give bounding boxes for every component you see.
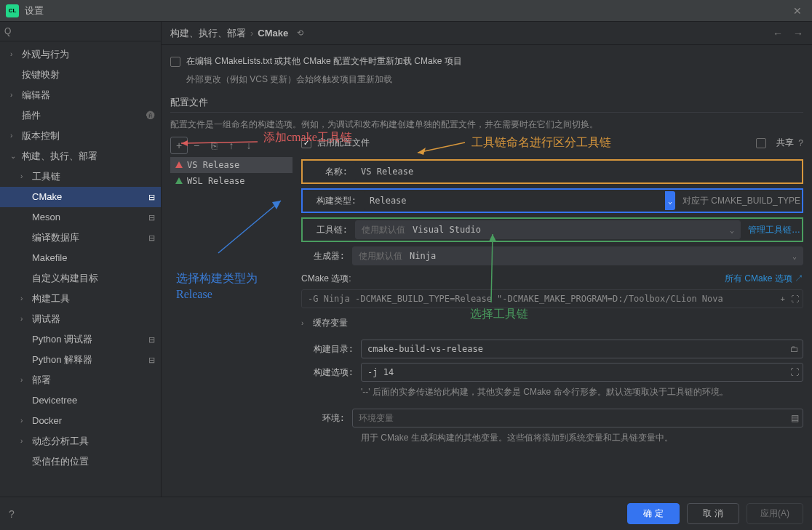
expand-icon[interactable]: ⛶ <box>790 367 799 377</box>
sidebar-item-label: 外观与行为 <box>22 47 155 62</box>
toolchain-label: 工具链: <box>304 224 348 236</box>
reload-checkbox-label: 在编辑 CMakeLists.txt 或其他 CMake 配置文件时重新加载 C… <box>186 55 462 68</box>
chevron-icon: › <box>10 129 19 143</box>
copy-profile-button[interactable]: ⎘ <box>205 137 223 154</box>
sidebar-item-编辑器[interactable]: ›编辑器 <box>0 85 161 105</box>
settings-tree: ›外观与行为按键映射›编辑器插件🅐›版本控制⌄构建、执行、部署›工具链CMake… <box>0 41 161 497</box>
profile-toolbar: + − ⎘ ↑ ↓ <box>170 137 292 154</box>
build-type-select[interactable]: Release ⌄ <box>364 191 675 210</box>
profile-name: VS Release <box>187 160 239 170</box>
sidebar-item-Devicetree[interactable]: Devicetree <box>0 390 161 411</box>
build-opts-hint: '--' 后面的实参传递给此构建，其他实参是 CMake 命令行形参。默认选项取… <box>361 386 803 398</box>
reset-icon[interactable]: ⟲ <box>297 28 303 38</box>
move-up-button[interactable]: ↑ <box>223 137 240 154</box>
sidebar-item-受信任的位置[interactable]: 受信任的位置 <box>0 451 161 472</box>
sidebar-item-label: 构建、执行、部署 <box>22 149 155 164</box>
remove-profile-button[interactable]: − <box>188 137 205 154</box>
env-hint: 用于 CMake 生成和构建的其他变量。这些值将添加到系统变量和工具链变量中。 <box>361 432 803 444</box>
profile-form: 启用配置文件 共享 ? 名称: 构建类型: <box>301 137 803 450</box>
separator-indicator: ⊟ <box>148 332 155 347</box>
sidebar-item-动态分析工具[interactable]: ›动态分析工具 <box>0 431 161 451</box>
expand-icon[interactable]: ⛶ <box>791 294 799 303</box>
share-checkbox[interactable] <box>756 138 766 148</box>
manage-toolchain-link[interactable]: 管理工具链… <box>748 224 800 236</box>
close-button[interactable]: ✕ <box>789 4 806 18</box>
profile-item[interactable]: WSL Release <box>170 173 292 189</box>
sidebar-item-调试器[interactable]: ›调试器 <box>0 309 161 329</box>
build-dir-label: 构建目录: <box>301 343 354 356</box>
chevron-icon: › <box>20 373 29 388</box>
apply-button: 应用(A) <box>747 503 803 524</box>
sidebar-item-编译数据库[interactable]: 编译数据库⊟ <box>0 228 161 248</box>
sidebar-item-label: 版本控制 <box>22 129 155 143</box>
list-icon[interactable]: ▤ <box>791 413 799 423</box>
profiles-section-title: 配置文件 <box>170 96 803 113</box>
sidebar-item-Docker[interactable]: ›Docker <box>0 411 161 431</box>
sidebar-item-工具链[interactable]: ›工具链 <box>0 166 161 187</box>
sidebar-item-label: Docker <box>32 414 155 428</box>
chevron-icon: › <box>20 292 29 306</box>
build-dir-input[interactable] <box>361 340 803 358</box>
cmake-opts-input[interactable] <box>301 289 803 308</box>
nav-forward[interactable]: → <box>793 28 803 39</box>
sidebar-item-Meson[interactable]: Meson⊟ <box>0 207 161 228</box>
cancel-button[interactable]: 取 消 <box>687 503 739 524</box>
sidebar-item-构建工具[interactable]: ›构建工具 <box>0 289 161 309</box>
breadcrumb-section[interactable]: 构建、执行、部署 <box>170 27 246 40</box>
enable-profile-checkbox[interactable] <box>301 138 311 148</box>
profile-name: WSL Release <box>187 176 244 186</box>
sidebar-item-label: 动态分析工具 <box>32 434 155 449</box>
env-input[interactable] <box>352 409 803 427</box>
search-input[interactable] <box>14 26 156 36</box>
build-opts-input[interactable] <box>361 363 803 382</box>
share-help-icon[interactable]: ? <box>798 138 803 148</box>
cache-vars-label: 缓存变量 <box>313 317 348 329</box>
sidebar-item-label: 插件 <box>22 108 146 123</box>
sidebar-item-部署[interactable]: ›部署 <box>0 370 161 390</box>
sidebar-item-Makefile[interactable]: Makefile <box>0 248 161 268</box>
sidebar-item-label: 工具链 <box>32 169 155 184</box>
chevron-icon: › <box>10 88 19 103</box>
sidebar-item-按键映射[interactable]: 按键映射 <box>0 65 161 85</box>
chevron-icon: › <box>20 414 29 428</box>
profile-icon <box>175 161 183 169</box>
sidebar-item-构建、执行、部署[interactable]: ⌄构建、执行、部署 <box>0 146 161 166</box>
sidebar-item-label: Devicetree <box>32 393 155 408</box>
cmake-opts-link[interactable]: 所有 CMake 选项 ↗ <box>725 273 803 285</box>
generator-value: Ninja <box>410 251 436 261</box>
separator-indicator: ⊟ <box>148 230 155 245</box>
add-profile-button[interactable]: + <box>170 137 188 154</box>
breadcrumb: 构建、执行、部署 › CMake ⟲ <box>170 27 303 40</box>
sidebar-item-插件[interactable]: 插件🅐 <box>0 105 161 126</box>
sidebar-item-label: Python 解释器 <box>32 353 148 367</box>
sidebar-item-版本控制[interactable]: ›版本控制 <box>0 126 161 146</box>
separator-indicator: ⊟ <box>148 190 155 204</box>
sidebar-item-label: 编辑器 <box>22 88 155 103</box>
sidebar-item-Python 调试器[interactable]: Python 调试器⊟ <box>0 329 161 350</box>
cache-vars-toggle[interactable]: › 缓存变量 <box>301 313 803 331</box>
name-input[interactable] <box>355 162 800 181</box>
content-area: 在编辑 CMakeLists.txt 或其他 CMake 配置文件时重新加载 C… <box>162 45 812 497</box>
chevron-icon: › <box>20 312 29 326</box>
sidebar-item-外观与行为[interactable]: ›外观与行为 <box>0 44 161 65</box>
app-icon: CL <box>6 4 19 17</box>
move-down-button[interactable]: ↓ <box>240 137 258 154</box>
sidebar-item-Python 解释器[interactable]: Python 解释器⊟ <box>0 350 161 370</box>
search-icon: Q <box>4 26 11 36</box>
name-label: 名称: <box>304 166 348 178</box>
generator-select[interactable]: 使用默认值 Ninja ⌄ <box>352 246 803 265</box>
ok-button[interactable]: 确 定 <box>627 503 680 524</box>
plus-icon[interactable]: + <box>781 294 785 303</box>
sidebar-item-自定义构建目标[interactable]: 自定义构建目标 <box>0 268 161 289</box>
svg-marker-0 <box>175 161 183 168</box>
help-button[interactable]: ? <box>9 508 15 520</box>
reload-checkbox[interactable] <box>170 57 180 67</box>
sidebar-search[interactable]: Q <box>0 22 161 41</box>
profile-item[interactable]: VS Release <box>170 157 292 173</box>
sidebar-item-CMake[interactable]: CMake⊟ <box>0 187 161 207</box>
toolchain-select[interactable]: 使用默认值 Visual Studio ⌄ <box>355 220 741 239</box>
folder-icon[interactable]: 🗀 <box>790 344 799 354</box>
profile-icon <box>175 177 183 185</box>
nav-back[interactable]: ← <box>773 28 783 39</box>
sidebar-item-label: 按键映射 <box>22 68 155 82</box>
